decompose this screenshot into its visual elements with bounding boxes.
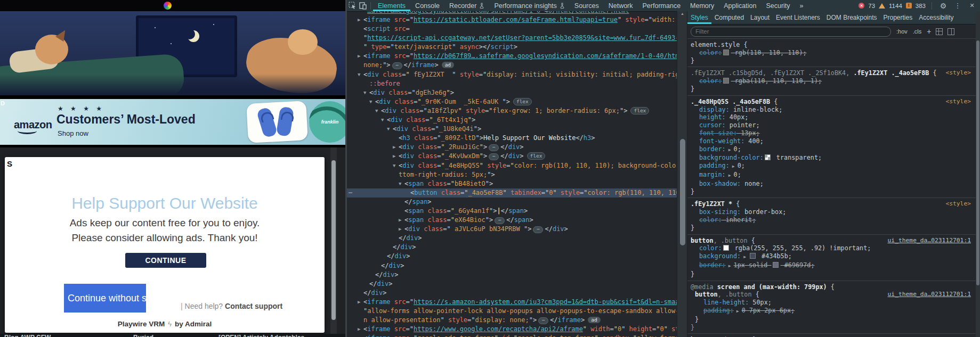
sidebar-tab-dom-breakpoints[interactable]: DOM Breakpoints: [823, 11, 880, 24]
sidebar-tab-event-listeners[interactable]: Event Listeners: [773, 11, 823, 24]
dom-tree-row[interactable]: </div>: [347, 280, 677, 289]
css-property-line[interactable]: padding:▶0;: [691, 162, 972, 171]
expand-inline-button[interactable]: ⋯: [495, 217, 505, 224]
css-property-line[interactable]: border:▶1px solid #69697d;: [691, 261, 972, 270]
expand-arrow-icon[interactable]: ▶: [358, 52, 360, 61]
expand-shorthand-icon[interactable]: ▶: [726, 173, 734, 178]
more-tabs-button[interactable]: »: [795, 2, 808, 10]
dom-tree-row[interactable]: ▶<iframe name="google_ads_top_frame" id=…: [347, 334, 677, 337]
css-selector-line[interactable]: }: [691, 224, 972, 232]
css-selector-line[interactable]: }: [691, 270, 972, 278]
sidebar-tab-properties[interactable]: Properties: [880, 11, 916, 24]
dom-tree-row[interactable]: ▶<span class="eX64Bioc">⋯</span>: [347, 216, 677, 225]
sidebar-tab-accessibility[interactable]: Accessibility: [916, 11, 957, 24]
resource-url-link[interactable]: …afeframe.googlesyndication.com/safefram…: [367, 11, 629, 15]
css-property-line[interactable]: margin:▶0;: [691, 171, 972, 180]
flex-badge[interactable]: flex: [630, 107, 649, 114]
dom-tree-row[interactable]: ▶<iframe src="https://static.btloader.co…: [347, 15, 677, 24]
sidebar-tab-layout[interactable]: Layout: [747, 11, 773, 24]
expand-arrow-icon[interactable]: ▶: [358, 334, 360, 337]
tab-elements[interactable]: Elements: [373, 0, 410, 11]
color-swatch[interactable]: [723, 50, 729, 55]
expand-arrow-icon[interactable]: ▶: [399, 216, 401, 225]
css-selector-line[interactable]: .fEy1Z2XT * {<style>: [691, 200, 972, 208]
page-scrollbar[interactable]: [330, 147, 337, 334]
device-toolbar-icon[interactable]: [358, 0, 368, 11]
css-selector-line[interactable]: ._4e8HpQ5S ._4ao5eF8B {<style>: [691, 98, 972, 106]
css-selector-line[interactable]: button, .button {ui_theme_da…023112701:1: [691, 237, 972, 245]
warning-count[interactable]: 1144: [889, 3, 902, 9]
expand-inline-button[interactable]: ⋯: [533, 226, 543, 233]
dom-tree-row[interactable]: ::before: [347, 79, 677, 88]
css-property-line[interactable]: padding:▶0 7px 2px 6px;: [691, 307, 972, 316]
flex-badge[interactable]: flex: [527, 152, 546, 160]
expand-shorthand-icon[interactable]: ▶: [730, 164, 738, 169]
toggle-hover-state-button[interactable]: :hov: [896, 28, 908, 35]
grid-overlay-icon[interactable]: [936, 28, 943, 35]
css-property-line[interactable]: display: inline-block;: [691, 106, 972, 114]
expand-inline-button[interactable]: ⋯: [489, 144, 499, 151]
dom-tree-row[interactable]: ⋯<button class="_4ao5eF8B" tabindex="0" …: [347, 188, 677, 198]
issues-badge-icon[interactable]: !: [906, 3, 912, 9]
dom-tree-row[interactable]: </div>: [347, 270, 677, 280]
css-property-line[interactable]: border:▶0;: [691, 145, 972, 154]
toggle-class-button[interactable]: .cls: [913, 28, 922, 35]
dom-tree-row[interactable]: ▼<div class=" fEy1Z2XT " style="display:…: [347, 70, 677, 79]
collapse-arrow-icon[interactable]: ▼: [363, 88, 366, 97]
styles-scrollbar-thumb[interactable]: [976, 40, 979, 285]
tab-network[interactable]: Network: [604, 0, 638, 11]
dom-tree-row[interactable]: </div>: [347, 234, 677, 243]
elements-scrollbar[interactable]: ▲: [677, 11, 687, 337]
banner-shop-now-link[interactable]: Shop now: [58, 129, 88, 137]
dom-tree-row[interactable]: "allow-forms allow-pointer-lock allow-po…: [347, 307, 677, 316]
css-property-line[interactable]: background-color: transparent;: [691, 154, 972, 162]
expand-arrow-icon[interactable]: ▶: [393, 143, 395, 152]
error-count[interactable]: 73: [868, 3, 875, 9]
flex-badge[interactable]: flex: [513, 98, 532, 105]
stylesheet-source-link[interactable]: <style>: [945, 200, 971, 208]
expand-inline-button[interactable]: ⋯: [538, 317, 548, 324]
inspect-element-icon[interactable]: [347, 0, 358, 11]
expand-shorthand-icon[interactable]: ▶: [726, 264, 734, 268]
dom-tree-row[interactable]: ▼<div class="_4e8HpQ5S" style="color: rg…: [347, 161, 677, 170]
dom-tree-row[interactable]: <span class="_6Gy4an1f">|</span>: [347, 207, 677, 216]
dom-tree-row[interactable]: </div>: [347, 261, 677, 270]
resource-url-link[interactable]: https://s.amazon-adsystem.com/iu3?cm3ppd…: [414, 298, 677, 306]
dom-tree-row[interactable]: ttom-right-radius: 5px;">: [347, 170, 677, 179]
dom-tree-row[interactable]: "…afeframe.googlesyndication.com/safefra…: [347, 11, 677, 15]
css-selector-line[interactable]: }: [691, 57, 972, 65]
issues-count[interactable]: 383: [916, 3, 926, 9]
tab-sources[interactable]: Sources: [570, 0, 604, 11]
elements-scrollbar-thumb[interactable]: [680, 139, 685, 245]
error-badge-icon[interactable]: ✕: [858, 3, 864, 9]
dom-tree-row[interactable]: </span>: [347, 198, 677, 207]
css-property-line[interactable]: line-height: 50px;: [691, 299, 972, 307]
dom-tree-row[interactable]: ▶<iframe src="https://b067f89….safeframe…: [347, 52, 677, 61]
stylesheet-source-link[interactable]: ui_theme_da…023112701:1: [888, 291, 971, 299]
tab-memory[interactable]: Memory: [685, 0, 719, 11]
css-property-line[interactable]: color: inherit;: [691, 216, 972, 224]
dom-tree-row[interactable]: </div>: [347, 252, 677, 261]
styles-scrollbar[interactable]: [976, 11, 980, 337]
sidebar-tab-styles[interactable]: Styles: [687, 11, 711, 24]
dom-tree-row[interactable]: ▼<div class="_1U8keQ4i">: [347, 125, 677, 134]
scrollbar-up-arrow-icon[interactable]: ▲: [677, 12, 687, 15]
dom-tree-row[interactable]: "https://script-api.ccgateway.net/setUse…: [347, 34, 677, 43]
tab-performance[interactable]: Performance: [638, 0, 686, 11]
row-gutter-dots[interactable]: ⋯: [349, 188, 352, 198]
amazon-ad-banner[interactable]: D amazon ★ ★ ★ ★ Customers’ Most-Loved S…: [0, 99, 346, 145]
continue-button[interactable]: CONTINUE: [125, 253, 206, 268]
color-swatch[interactable]: [723, 245, 729, 251]
dom-tree-row[interactable]: ▶<div class=" aJVLc6uP bN34PRBW ">⋯</div…: [347, 225, 677, 234]
dom-tree-row[interactable]: </div>: [347, 289, 677, 298]
collapse-arrow-icon[interactable]: ▼: [375, 106, 378, 116]
css-property-line[interactable]: height: 40px;: [691, 113, 972, 121]
styles-filter-input[interactable]: [691, 27, 891, 37]
css-selector-line[interactable]: @media screen and (max-width: 799px) {: [691, 283, 972, 291]
dom-tree-row[interactable]: ▼<div class="_6Tt4x1jq">: [347, 116, 677, 125]
collapse-arrow-icon[interactable]: ▼: [381, 116, 384, 125]
sidebar-tab-computed[interactable]: Computed: [711, 11, 747, 24]
dom-tree-row[interactable]: <h3 class="_809Z-ltD">Help Support Our W…: [347, 134, 677, 143]
stylesheet-source-link[interactable]: <style>: [945, 69, 971, 77]
dom-tree-row[interactable]: ▼<div class="aI8fZlpv" style="flex-grow:…: [347, 106, 677, 116]
